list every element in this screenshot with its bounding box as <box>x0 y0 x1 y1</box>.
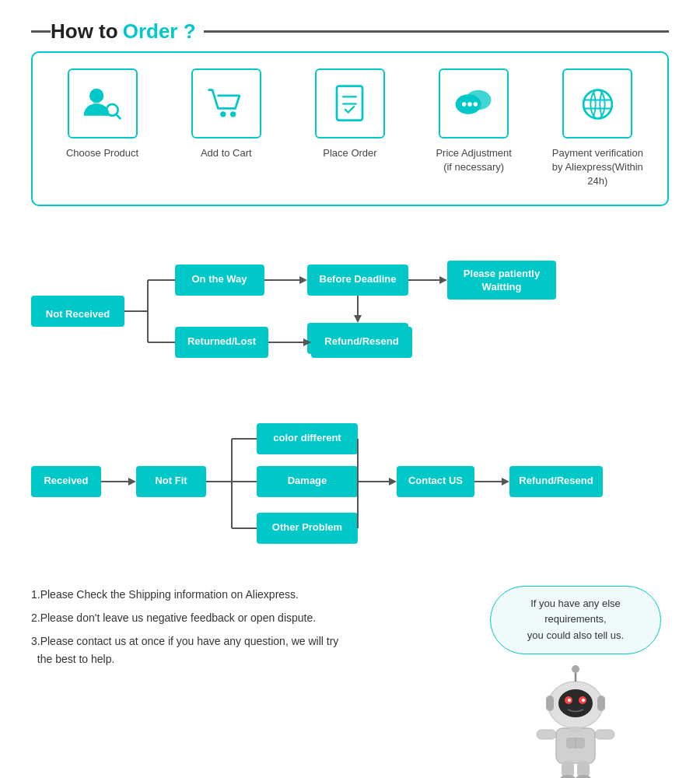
svg-point-11 <box>467 102 472 107</box>
choose-product-icon-box <box>68 68 138 138</box>
note-2: 2.Please don't leave us negative feedbac… <box>31 609 474 626</box>
speech-line1: If you have any else requirements, <box>530 598 621 626</box>
document-icon <box>328 82 371 125</box>
svg-marker-28 <box>439 276 447 284</box>
step-payment-label: Payment verificationby Aliexpress(Within… <box>543 146 652 189</box>
robot-icon <box>521 658 630 778</box>
step-place-order-label: Place Order <box>323 146 376 160</box>
flowchart-not-received: Not Received On the Way Before Deadline … <box>0 214 700 404</box>
place-order-icon-box <box>315 68 385 138</box>
svg-text:Contact US: Contact US <box>408 475 463 486</box>
svg-marker-62 <box>389 478 397 485</box>
svg-rect-84 <box>595 730 614 739</box>
title-order: Order ? <box>123 19 196 44</box>
svg-point-74 <box>582 699 585 702</box>
speech-bubble: If you have any else requirements, you c… <box>490 586 661 654</box>
svg-marker-46 <box>128 478 136 485</box>
svg-text:Refund/Resend: Refund/Resend <box>324 335 398 347</box>
notes-left: 1.Please Check the Shipping information … <box>31 586 490 675</box>
svg-text:Waitting: Waitting <box>482 281 522 293</box>
page-header: How to Order ? <box>0 0 700 51</box>
payment-icon-box <box>562 68 632 138</box>
svg-point-13 <box>583 89 612 118</box>
svg-point-14 <box>590 89 604 118</box>
svg-text:Damage: Damage <box>288 475 327 486</box>
svg-point-4 <box>230 111 236 117</box>
order-steps-box: Choose Product Add to Cart <box>31 51 669 206</box>
svg-line-2 <box>116 114 121 118</box>
svg-point-12 <box>473 102 478 107</box>
svg-text:color different: color different <box>273 432 341 443</box>
svg-text:Not Fit: Not Fit <box>155 475 187 486</box>
flowchart2-svg: Received Not Fit color different Damage … <box>16 404 684 567</box>
title-dash-left <box>31 30 51 33</box>
bottom-section: 1.Please Check the Shipping information … <box>0 586 700 778</box>
step-payment-verify: Payment verificationby Aliexpress(Within… <box>543 68 652 189</box>
svg-text:Please patiently: Please patiently <box>464 268 541 279</box>
svg-rect-78 <box>597 696 605 711</box>
chat-bubble-icon <box>453 82 495 125</box>
svg-rect-83 <box>537 730 556 739</box>
svg-point-76 <box>572 665 579 673</box>
note-1: 1.Please Check the Shipping information … <box>31 586 474 603</box>
title-text: How to Order ? <box>51 19 196 44</box>
svg-text:Returned/Lost: Returned/Lost <box>187 335 257 347</box>
svg-text:Refund/Resend: Refund/Resend <box>519 475 593 486</box>
svg-rect-29 <box>447 261 556 300</box>
step-place-order: Place Order <box>296 68 404 160</box>
step-add-cart: Add to Cart <box>172 68 281 160</box>
globe-icon <box>576 82 619 125</box>
not-received-label: Not Received <box>46 308 110 320</box>
cart-icon <box>205 82 247 125</box>
flowchart1-svg: Not Received On the Way Before Deadline … <box>16 237 684 401</box>
step-price-adjustment: Price Adjustment(if necessary) <box>419 68 528 174</box>
svg-marker-33 <box>354 315 362 323</box>
title-how: How to <box>51 19 118 44</box>
svg-text:Before Deadline: Before Deadline <box>320 273 397 285</box>
svg-text:Received: Received <box>44 475 88 486</box>
title-line-right <box>204 30 669 33</box>
svg-text:Other Problem: Other Problem <box>272 521 342 533</box>
svg-point-3 <box>220 111 226 117</box>
step-choose-product-label: Choose Product <box>66 146 138 160</box>
step-add-cart-label: Add to Cart <box>201 146 252 160</box>
note-3: 3.Please contact us at once if you have … <box>31 633 474 668</box>
svg-marker-24 <box>299 276 307 284</box>
svg-point-9 <box>465 89 491 110</box>
speech-line2: you could also tell us. <box>527 629 624 641</box>
person-search-icon <box>81 82 124 125</box>
svg-marker-66 <box>502 478 509 485</box>
robot-section: If you have any else requirements, you c… <box>490 586 661 778</box>
svg-point-70 <box>558 689 593 717</box>
svg-text:On the Way: On the Way <box>191 273 247 285</box>
add-cart-icon-box <box>191 68 261 138</box>
step-choose-product: Choose Product <box>48 68 157 160</box>
price-adj-icon-box <box>439 68 509 138</box>
svg-point-73 <box>568 699 571 702</box>
svg-point-0 <box>89 88 103 102</box>
svg-point-10 <box>462 102 467 107</box>
step-price-adj-label: Price Adjustment(if necessary) <box>436 146 512 174</box>
svg-rect-77 <box>546 696 554 711</box>
flowchart-received: Received Not Fit color different Damage … <box>0 404 700 578</box>
svg-rect-82 <box>569 727 582 733</box>
